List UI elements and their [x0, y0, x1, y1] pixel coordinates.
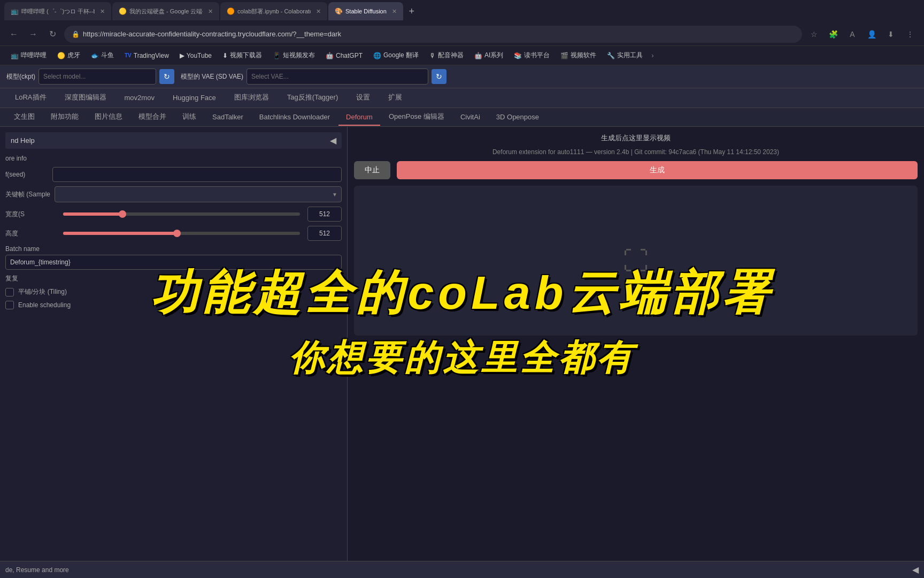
bottom-section-bar[interactable]: de, Resume and more ◀: [0, 561, 924, 578]
bookmark-label-read: 读书平台: [524, 51, 550, 60]
new-tab-button[interactable]: +: [404, 4, 419, 19]
sampler-dropdown[interactable]: [55, 186, 342, 202]
bookmark-favicon-dub: 🎙: [429, 52, 436, 59]
bookmark-favicon-bilibili: 📺: [11, 52, 19, 59]
nav-tab-lora[interactable]: LoRA插件: [6, 88, 55, 108]
bookmark-youtube[interactable]: ▶ YouTube: [175, 51, 216, 60]
bookmark-favicon-dl: ⬇: [222, 52, 228, 59]
tab-favicon-drive: 🟡: [119, 7, 126, 15]
tiling-label: 平铺/分块 (Tiling): [18, 287, 67, 296]
more-info-section: ore info: [5, 153, 342, 163]
subnav-civitai[interactable]: CivitAi: [453, 109, 488, 126]
bookmark-douyu[interactable]: 🐟 斗鱼: [87, 50, 118, 61]
subnav-openpose[interactable]: OpenPose 编辑器: [381, 108, 452, 126]
subnav-3dopenpose[interactable]: 3D Openpose: [489, 109, 546, 126]
bookmark-label-tv: TradingView: [134, 52, 169, 59]
nav-tab-mov2mov[interactable]: mov2mov: [116, 89, 163, 107]
web-content: 模型(ckpt) ↻ 模型的 VAE (SD VAE) ↻ LoRA插件 深度图…: [0, 65, 924, 578]
tab-close-colab[interactable]: ✕: [316, 8, 321, 15]
model-refresh-button[interactable]: ↻: [159, 69, 174, 84]
vae-refresh-button[interactable]: ↻: [432, 69, 446, 84]
bookmark-shortvideo[interactable]: 📱 短视频发布: [268, 50, 319, 61]
vae-input[interactable]: [247, 69, 428, 85]
subnav-deforum[interactable]: Deforum: [338, 109, 380, 126]
help-section-title: nd Help: [11, 136, 35, 144]
bookmark-tools[interactable]: 🔧 实用工具: [603, 50, 647, 61]
tab-drive[interactable]: 🟡 我的云端硬盘 - Google 云端硬盘 ✕: [112, 2, 219, 20]
bookmark-label-tr: Google 翻译: [383, 51, 419, 60]
translate-button[interactable]: A: [845, 27, 860, 42]
subnav-extras[interactable]: 附加功能: [43, 108, 86, 126]
bookmark-ai[interactable]: 🤖 AI系列: [470, 50, 507, 61]
scheduling-row: Enable scheduling: [5, 301, 342, 309]
height-slider-fill: [63, 232, 177, 235]
width-slider-track[interactable]: [63, 212, 300, 216]
subnav-merge[interactable]: 模型合并: [131, 108, 174, 126]
help-section-header[interactable]: nd Help ◀: [5, 132, 342, 149]
tab-close-sd[interactable]: ✕: [392, 8, 397, 15]
nav-tab-depth[interactable]: 深度图编辑器: [56, 88, 115, 108]
subnav-txt2img[interactable]: 文生图: [6, 108, 42, 126]
model-input[interactable]: [38, 69, 156, 85]
bookmark-reading[interactable]: 📚 读书平台: [510, 50, 554, 61]
profile-button[interactable]: 👤: [864, 27, 879, 42]
preview-area[interactable]: ⛶: [354, 186, 918, 336]
sampler-row: 关键帧 (Sample ▼: [5, 186, 342, 202]
bookmark-favicon-tr: 🌐: [373, 52, 381, 59]
bookmark-dubbing[interactable]: 🎙 配音神器: [425, 50, 468, 61]
width-slider-thumb[interactable]: [119, 210, 126, 218]
menu-button[interactable]: ⋮: [903, 27, 918, 42]
bookmark-label-dl: 视频下载器: [230, 51, 262, 60]
bookmark-label-douyu: 斗鱼: [101, 51, 114, 60]
browser-tab-bar: 📺 哔哩哔哩 (゜-゜)つロ 干杯--bilibili ✕ 🟡 我的云端硬盘 -…: [0, 0, 924, 22]
bookmark-label-dub: 配音神器: [438, 51, 464, 60]
tab-close-drive[interactable]: ✕: [208, 8, 213, 15]
nav-tab-huggingface[interactable]: Hugging Face: [164, 89, 225, 107]
height-slider-track[interactable]: [63, 232, 300, 235]
bookmark-translate[interactable]: 🌐 Google 翻译: [369, 50, 423, 61]
scheduling-label: Enable scheduling: [18, 301, 71, 309]
bookmark-bilibili[interactable]: 📺 哔哩哔哩: [6, 50, 51, 61]
nav-tab-gallery[interactable]: 图库浏览器: [226, 88, 278, 108]
bookmark-huya[interactable]: 🟡 虎牙: [53, 50, 84, 61]
url-box[interactable]: 🔒 https://miracle-accurate-confidentiali…: [64, 26, 802, 43]
bookmark-star-button[interactable]: ☆: [806, 27, 821, 42]
generate-button[interactable]: 生成: [397, 161, 918, 179]
height-slider-thumb[interactable]: [173, 230, 181, 237]
help-section-arrow: ◀: [330, 135, 336, 146]
subnav-sadtalker[interactable]: SadTalker: [205, 109, 251, 126]
bookmark-video[interactable]: 🎬 视频软件: [556, 50, 600, 61]
vae-label: 模型的 VAE (SD VAE): [181, 72, 243, 81]
stop-button[interactable]: 中止: [354, 161, 390, 179]
scheduling-checkbox[interactable]: [5, 301, 14, 309]
tab-close-bilibili[interactable]: ✕: [100, 8, 105, 15]
bookmark-chatgpt[interactable]: 🤖 ChatGPT: [321, 51, 367, 60]
extension-button[interactable]: 🧩: [826, 27, 841, 42]
bookmark-favicon-yt: ▶: [180, 52, 184, 59]
back-button[interactable]: ←: [6, 27, 21, 42]
bookmark-favicon-douyu: 🐟: [91, 52, 99, 59]
nav-tab-tagger[interactable]: Tag反推(Tagger): [279, 88, 346, 108]
subnav-imginfo[interactable]: 图片信息: [87, 108, 130, 126]
nav-tab-settings[interactable]: 设置: [348, 88, 379, 108]
subnav-train[interactable]: 训练: [175, 108, 204, 126]
seed-input[interactable]: [52, 167, 342, 182]
preview-title: 生成后点这里显示视频: [354, 133, 918, 143]
batch-name-input[interactable]: [5, 255, 342, 270]
bookmark-tradingview[interactable]: TV TradingView: [120, 51, 173, 60]
tab-sd[interactable]: 🎨 Stable Diffusion ✕: [328, 2, 403, 20]
reload-button[interactable]: ↻: [45, 27, 60, 42]
forward-button[interactable]: →: [26, 27, 41, 42]
width-value-input[interactable]: [307, 207, 342, 222]
download-button[interactable]: ⬇: [883, 27, 898, 42]
subnav-batchlinks[interactable]: Batchlinks Downloader: [252, 109, 337, 126]
bookmark-downloader[interactable]: ⬇ 视频下载器: [218, 50, 266, 61]
tab-bilibili[interactable]: 📺 哔哩哔哩 (゜-゜)つロ 干杯--bilibili ✕: [4, 2, 111, 20]
tiling-checkbox[interactable]: [5, 288, 14, 296]
tab-colab[interactable]: 🟠 colab部署.ipynb - Colaboratory ✕: [220, 2, 327, 20]
height-value-input[interactable]: [307, 226, 342, 241]
nav-tab-extensions[interactable]: 扩展: [380, 88, 411, 108]
seed-label: f(seed): [5, 171, 48, 178]
tab-favicon-sd: 🎨: [335, 7, 342, 15]
bookmarks-more-button[interactable]: ›: [651, 52, 653, 59]
